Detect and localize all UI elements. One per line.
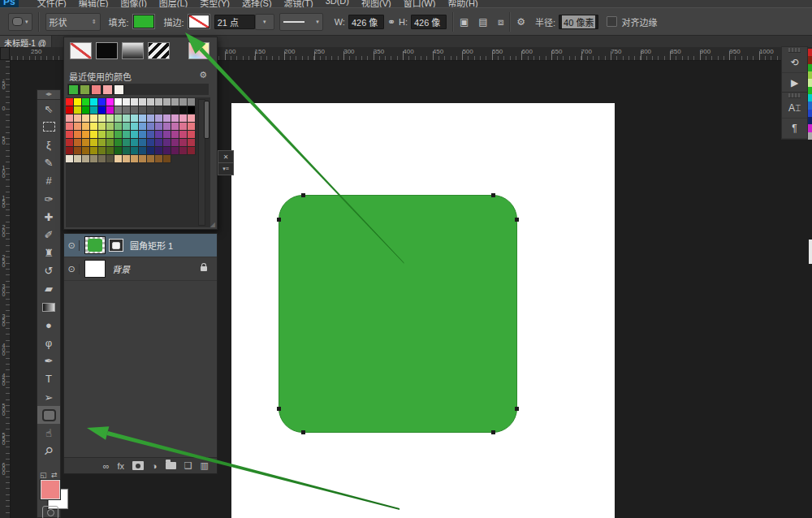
color-swatch[interactable] [188, 106, 196, 114]
color-swatch[interactable] [98, 139, 106, 147]
tool-mode-select[interactable]: 形状 ⇕ [45, 13, 101, 31]
color-swatch[interactable] [98, 147, 106, 155]
menu-item[interactable]: 文件(F) [37, 0, 67, 7]
menu-item[interactable]: 帮助(H) [447, 0, 477, 7]
color-swatch[interactable] [74, 155, 82, 163]
actions-icon[interactable]: ▶ [782, 73, 807, 93]
color-swatch[interactable] [82, 98, 90, 106]
color-swatch[interactable] [66, 139, 74, 147]
color-swatch[interactable] [147, 155, 155, 163]
color-swatch[interactable] [179, 147, 188, 155]
color-swatch[interactable] [66, 155, 74, 163]
color-swatch[interactable] [188, 147, 196, 155]
link-layers-icon[interactable]: ∞ [103, 461, 110, 471]
layer-thumbnail[interactable] [84, 236, 106, 254]
adjustment-layer-icon[interactable]: ◑ [152, 461, 158, 471]
color-swatch[interactable] [82, 147, 90, 155]
visibility-eye-icon[interactable]: ⊙ [64, 264, 80, 274]
color-swatch[interactable] [123, 114, 131, 123]
paragraph-panel-icon[interactable]: ¶ [782, 119, 807, 139]
color-swatch[interactable] [123, 131, 131, 139]
color-swatch[interactable] [171, 147, 179, 155]
color-swatch[interactable] [131, 139, 139, 147]
color-swatch[interactable] [179, 123, 188, 131]
crop-tool[interactable]: # [37, 172, 60, 190]
layer-row-shape[interactable]: ⊙ 圆角矩形 1 [64, 234, 217, 257]
shape-anchor[interactable] [491, 193, 495, 197]
color-swatch[interactable] [114, 106, 123, 114]
color-swatch[interactable] [90, 131, 98, 139]
vector-mask-thumbnail[interactable] [109, 239, 123, 252]
color-swatch[interactable] [74, 114, 82, 123]
stroke-width-field[interactable]: 21 点 [214, 15, 255, 29]
color-swatch[interactable] [114, 98, 123, 106]
menu-item[interactable]: 类型(Y) [200, 0, 230, 7]
new-layer-icon[interactable]: ❑ [184, 460, 192, 471]
layer-thumbnail[interactable] [84, 260, 106, 278]
layer-name[interactable]: 圆角矩形 1 [130, 239, 173, 252]
quick-selection-tool[interactable]: ✎ [37, 154, 60, 172]
color-swatch[interactable] [114, 114, 123, 123]
stroke-color-swatch[interactable] [188, 15, 209, 28]
stroke-style-dropdown[interactable]: ▾ [279, 13, 323, 31]
color-swatch[interactable] [131, 114, 139, 123]
character-panel-icon[interactable]: A⌶ [782, 98, 807, 119]
color-swatch[interactable] [131, 98, 139, 106]
blur-tool[interactable]: ● [37, 316, 60, 334]
history-brush-tool[interactable]: ↺ [37, 262, 60, 280]
menu-item[interactable]: 3D(D) [326, 0, 349, 7]
color-swatch[interactable] [106, 123, 114, 131]
color-swatch[interactable] [131, 106, 139, 114]
gear-icon[interactable]: ⚙ [199, 70, 207, 80]
color-swatch[interactable] [114, 147, 123, 155]
color-swatch[interactable] [74, 139, 82, 147]
move-tool[interactable]: ⇖ [37, 100, 60, 118]
color-swatch[interactable] [139, 131, 147, 139]
color-swatch[interactable] [155, 139, 163, 147]
color-swatch[interactable] [147, 147, 155, 155]
menu-item[interactable]: 图层(L) [159, 0, 188, 7]
visibility-eye-icon[interactable]: ⊙ [64, 240, 80, 251]
color-swatch[interactable] [123, 106, 131, 114]
pattern-fill-button[interactable] [148, 42, 170, 59]
default-colors-icon[interactable]: ◱ [40, 471, 47, 479]
color-swatch[interactable] [171, 98, 179, 106]
recent-color-swatch[interactable] [80, 84, 90, 95]
gear-icon[interactable]: ⚙ [516, 16, 525, 28]
color-swatch[interactable] [163, 106, 171, 114]
color-swatch[interactable] [171, 106, 179, 114]
color-swatch[interactable] [171, 131, 179, 139]
color-swatch[interactable] [171, 123, 179, 131]
color-swatch[interactable] [90, 155, 98, 163]
color-swatch[interactable] [90, 147, 98, 155]
color-swatch[interactable] [66, 123, 74, 131]
panel-menu-icon[interactable]: ▾≡ [218, 162, 234, 175]
color-swatch[interactable] [114, 155, 123, 163]
color-swatch[interactable] [163, 147, 171, 155]
link-dimensions-icon[interactable]: ⚭ [387, 16, 395, 28]
color-swatch[interactable] [139, 123, 147, 131]
color-swatch[interactable] [114, 139, 123, 147]
color-swatch[interactable] [179, 139, 188, 147]
rounded-rectangle-shape[interactable] [279, 195, 517, 433]
document-tab[interactable]: 未标题-1 @ [0, 36, 52, 48]
eyedropper-tool[interactable]: ✑ [37, 190, 60, 208]
color-swatch[interactable] [139, 106, 147, 114]
color-swatch[interactable] [98, 123, 106, 131]
color-swatch[interactable] [123, 123, 131, 131]
shape-anchor[interactable] [515, 407, 519, 411]
color-swatch[interactable] [147, 139, 155, 147]
color-swatch[interactable] [106, 147, 114, 155]
gradient-tool[interactable] [37, 298, 60, 316]
document-canvas[interactable] [231, 103, 615, 518]
shape-anchor[interactable] [301, 430, 305, 434]
recent-color-swatch[interactable] [102, 84, 113, 95]
color-swatch[interactable] [74, 131, 82, 139]
color-swatch[interactable] [82, 123, 90, 131]
menu-item[interactable]: 图像(I) [120, 0, 146, 7]
color-swatch[interactable] [155, 114, 163, 123]
color-swatch[interactable] [123, 147, 131, 155]
color-swatch[interactable] [90, 114, 98, 123]
color-swatch[interactable] [123, 139, 131, 147]
brush-tool[interactable]: ✐ [37, 226, 60, 244]
